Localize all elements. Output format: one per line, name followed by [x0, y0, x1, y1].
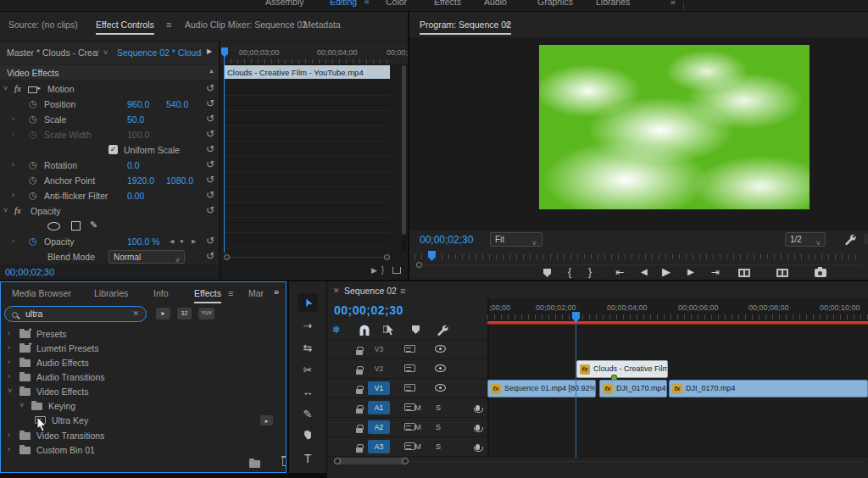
search-clear-icon[interactable]: ✕ — [132, 309, 139, 318]
reset-param-button[interactable]: ↺ — [206, 98, 214, 108]
track-target-v3[interactable]: V3 — [368, 342, 390, 356]
chevron-down-icon[interactable]: ˅ — [3, 84, 8, 92]
close-sequence-icon[interactable]: ✕ — [333, 286, 340, 295]
stopwatch-icon[interactable]: ◷ — [29, 190, 37, 201]
reset-effect-button[interactable]: ↺ — [206, 205, 214, 215]
razor-tool[interactable]: ✂ — [298, 361, 318, 380]
scroll-handle-right[interactable] — [402, 458, 409, 464]
selection-tool[interactable]: ➤ — [298, 293, 318, 312]
timeline-ruler[interactable]: ;00;00 00;00;02;00 00;00;04;00 00;00;06;… — [487, 298, 868, 320]
ec-vscrollbar[interactable] — [402, 65, 406, 235]
mute-button[interactable]: M — [412, 421, 424, 433]
zoom-handle-right[interactable] — [384, 254, 390, 260]
tree-item-lumetri-presets[interactable]: › ✦ Lumetri Presets — [1, 341, 281, 355]
uniform-scale-checkbox[interactable]: ✓ — [108, 145, 118, 154]
next-keyframe-icon[interactable]: ▶ — [192, 238, 198, 245]
opacity-value[interactable]: 100.0 % — [127, 236, 160, 247]
track-target-v1[interactable]: V1 — [368, 381, 390, 395]
ec-vscrollbar-track[interactable] — [402, 65, 406, 252]
voiceover-mic-icon[interactable] — [476, 405, 480, 411]
zoom-level-select[interactable]: Fit ˅ — [490, 232, 542, 247]
workspace-graphics[interactable]: Graphics — [537, 0, 573, 9]
voiceover-mic-icon[interactable] — [476, 444, 480, 450]
solo-button[interactable]: S — [432, 441, 444, 453]
master-clip-label[interactable]: Master * Clouds - Creativ... — [7, 47, 98, 58]
tree-item-custom-bin[interactable]: › Custom Bin 01 — [1, 442, 281, 457]
settings-wrench-icon[interactable] — [843, 233, 856, 246]
mark-in-button[interactable]: { — [568, 266, 571, 278]
delete-button[interactable] — [282, 458, 287, 466]
chevron-right-icon[interactable]: › — [8, 372, 10, 381]
chevron-right-icon[interactable]: › — [8, 358, 10, 366]
search-input[interactable] — [25, 308, 127, 319]
prev-keyframe-icon[interactable]: ◀ — [170, 238, 175, 245]
ellipse-mask-icon[interactable] — [47, 222, 60, 231]
tree-item-presets[interactable]: › ✦ Presets — [1, 326, 281, 341]
reset-param-button[interactable]: ↺ — [206, 159, 214, 170]
rectangle-mask-icon[interactable] — [71, 221, 81, 231]
collapse-up-icon[interactable]: ▲ — [209, 68, 214, 74]
stopwatch-icon-active[interactable]: ◷ — [29, 236, 37, 247]
export-frame-icon[interactable] — [392, 267, 401, 274]
tree-item-video-effects[interactable]: ˅ Video Effects — [1, 384, 281, 398]
ec-zoom-bar[interactable] — [224, 254, 390, 260]
panel-menu-icon[interactable]: ≡ — [228, 288, 233, 298]
chevron-right-icon[interactable]: › — [12, 191, 14, 199]
lock-icon[interactable] — [356, 409, 363, 414]
reset-param-button[interactable]: ↺ — [206, 251, 214, 261]
tab-program[interactable]: Program: Sequence 02 — [420, 19, 511, 30]
timeline-scrollbar[interactable] — [336, 458, 406, 464]
playback-resolution-select[interactable]: 1/2 ˅ — [785, 232, 826, 247]
chevron-right-icon[interactable]: › — [12, 160, 14, 169]
program-playhead[interactable] — [428, 251, 436, 261]
tab-effects[interactable]: Effects — [194, 288, 221, 298]
solo-button[interactable]: S — [432, 402, 444, 414]
chevron-right-icon[interactable]: › — [12, 114, 14, 123]
chevron-right-icon[interactable]: › — [8, 431, 10, 439]
export-frame-button[interactable] — [815, 269, 826, 277]
position-y-value[interactable]: 540.0 — [166, 99, 188, 109]
chevron-down-icon[interactable]: ˅ — [3, 206, 8, 214]
program-timecode[interactable]: 00;00;02;30 — [420, 234, 473, 246]
lock-icon[interactable] — [356, 428, 363, 433]
source-patch-icon[interactable] — [404, 345, 415, 353]
reset-param-button[interactable]: ↺ — [206, 129, 214, 139]
reset-param-button[interactable]: ↺ — [206, 114, 214, 124]
type-tool[interactable]: T — [298, 449, 318, 468]
extract-button[interactable] — [776, 269, 788, 277]
video-effects-section[interactable]: Video Effects ▲ — [0, 65, 219, 80]
position-x-value[interactable]: 960.0 — [127, 99, 149, 109]
step-forward-button[interactable]: ▶ — [687, 267, 694, 276]
linked-selection-icon[interactable] — [383, 325, 397, 336]
step-back-button[interactable]: ◀ — [641, 267, 648, 276]
clip-dji0170-2-v1[interactable]: fx DJI_0170.mp4 — [669, 380, 868, 397]
tab-source[interactable]: Source: (no clips) — [8, 19, 78, 30]
pen-tool[interactable]: ✎ — [298, 405, 318, 424]
play-button[interactable]: ▶ — [662, 265, 670, 278]
lock-icon[interactable] — [356, 389, 363, 394]
tab-media-browser[interactable]: Media Browser — [12, 288, 71, 298]
32-bit-color-filter-icon[interactable]: 32 — [177, 308, 192, 320]
scroll-handle[interactable] — [416, 262, 422, 268]
tree-item-audio-effects[interactable]: › Audio Effects — [1, 355, 281, 370]
chevron-down-icon[interactable]: ˅ — [103, 48, 108, 57]
stopwatch-icon[interactable]: ◷ — [29, 114, 37, 125]
new-bin-button[interactable] — [249, 460, 260, 468]
panel-menu-icon[interactable]: ≡ — [504, 19, 509, 30]
reset-param-button[interactable]: ↺ — [206, 236, 214, 246]
chevron-down-icon[interactable]: ˅ — [19, 401, 24, 409]
workspace-color[interactable]: Color — [386, 0, 407, 9]
ripple-edit-tool[interactable]: ⇆ — [298, 339, 318, 358]
sequence-ref-label[interactable]: Sequence 02 * Clouds -... — [117, 47, 202, 58]
go-to-in-button[interactable]: ⇤ — [615, 266, 624, 278]
source-patch-icon[interactable] — [404, 384, 415, 392]
ec-timecode[interactable]: 00;00;02;30 — [5, 267, 54, 277]
mark-out-button[interactable]: } — [588, 266, 592, 278]
tree-item-audio-transitions[interactable]: › Audio Transitions — [1, 370, 281, 384]
tab-libraries[interactable]: Libraries — [94, 288, 128, 298]
scale-value[interactable]: 50.0 — [127, 114, 144, 125]
scroll-handle-left[interactable] — [334, 458, 341, 464]
search-box[interactable]: ✕ — [4, 306, 147, 322]
track-target-a1[interactable]: A1 — [368, 401, 390, 414]
track-output-eye-icon[interactable] — [435, 364, 446, 372]
